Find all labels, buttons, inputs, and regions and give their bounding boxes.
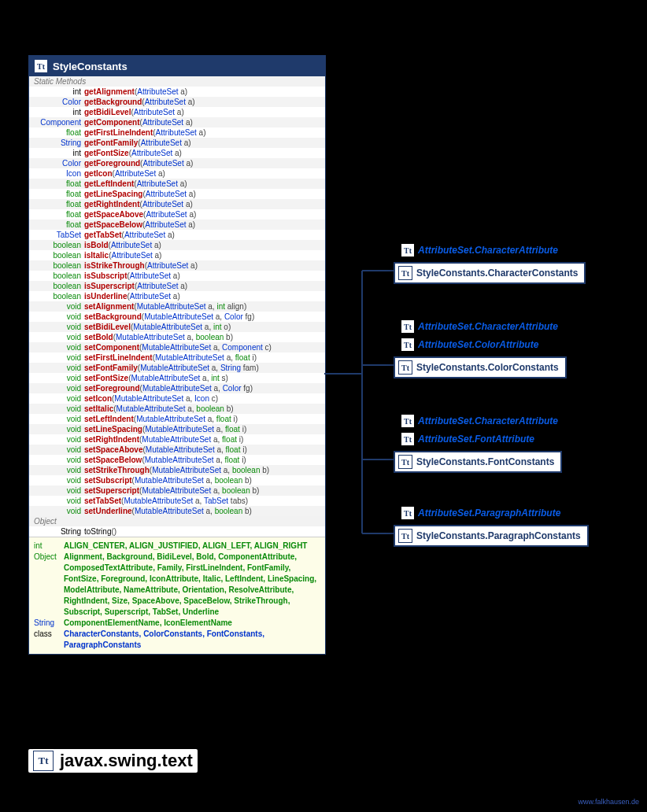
methods-list: intgetAlignment (AttributeSet a)Colorget… xyxy=(29,87,325,516)
method-name[interactable]: setSpaceAbove xyxy=(84,445,142,455)
method-name[interactable]: setFontFamily xyxy=(84,363,138,373)
method-name[interactable]: setIcon xyxy=(84,393,112,404)
method-name[interactable]: setForeground xyxy=(84,383,140,393)
interface-name: AttributeSet.ParagraphAttribute xyxy=(418,507,560,519)
package-label: Tt javax.swing.text xyxy=(28,749,198,773)
subclass-box[interactable]: TtStyleConstants.ColorConstants xyxy=(394,356,567,378)
interface-label[interactable]: TtAttributeSet.FontAttribute xyxy=(401,433,534,445)
subclass-name: StyleConstants.FontConstants xyxy=(416,456,554,467)
method-name[interactable]: setStrikeThrough xyxy=(84,465,150,475)
interface-label[interactable]: TtAttributeSet.CharacterAttribute xyxy=(401,244,558,257)
method-name[interactable]: getBidiLevel xyxy=(84,107,131,117)
return-type: void xyxy=(32,383,84,393)
method-name[interactable]: getBackground xyxy=(84,97,142,107)
interface-icon: Tt xyxy=(401,320,414,333)
interface-name: AttributeSet.ColorAttribute xyxy=(418,339,538,350)
class-header: Tt StyleConstants xyxy=(29,56,325,76)
subclass-box[interactable]: TtStyleConstants.ParagraphConstants xyxy=(394,525,589,547)
method-row: voidsetLeftIndent (MutableAttributeSet a… xyxy=(29,414,325,424)
method-name[interactable]: getFontSize xyxy=(84,148,129,158)
class-icon: Tt xyxy=(398,360,412,375)
method-row: voidsetIcon (MutableAttributeSet a, Icon… xyxy=(29,393,325,404)
method-name[interactable]: getRightIndent xyxy=(84,199,140,209)
params: (MutableAttributeSet a, int align) xyxy=(134,301,246,312)
method-row: StringgetFontFamily (AttributeSet a) xyxy=(29,138,325,148)
method-name[interactable]: getTabSet xyxy=(84,230,122,240)
return-type: void xyxy=(32,455,84,465)
params: (AttributeSet a) xyxy=(140,117,193,127)
method-name[interactable]: getFirstLineIndent xyxy=(84,127,153,138)
method-name[interactable]: getIcon xyxy=(84,168,113,179)
method-row: booleanisItalic (AttributeSet a) xyxy=(29,250,325,260)
params: (AttributeSet a) xyxy=(109,240,161,250)
method-name[interactable]: setTabSet xyxy=(84,496,121,506)
subclass-box[interactable]: TtStyleConstants.CharacterConstants xyxy=(394,262,586,284)
params: (AttributeSet a) xyxy=(135,281,187,291)
return-type: void xyxy=(32,363,84,373)
params: (MutableAttributeSet a, TabSet tabs) xyxy=(121,496,248,506)
method-row: ColorgetForeground (AttributeSet a) xyxy=(29,158,325,168)
method-name[interactable]: setLineSpacing xyxy=(84,424,142,434)
method-name[interactable]: isBold xyxy=(84,240,109,250)
params: (AttributeSet a) xyxy=(129,148,182,158)
package-icon: Tt xyxy=(33,751,54,771)
method-row: floatgetRightIndent (AttributeSet a) xyxy=(29,199,325,209)
method-name[interactable]: setSpaceBelow xyxy=(84,455,142,465)
method-name[interactable]: getFontFamily xyxy=(84,138,138,148)
method-name[interactable]: isSubscript xyxy=(84,271,127,281)
method-name[interactable]: isSuperscript xyxy=(84,281,135,291)
method-name[interactable]: setAlignment xyxy=(84,301,134,312)
field-values: CharacterConstants, ColorConstants, Font… xyxy=(64,629,320,651)
method-name[interactable]: setUnderline xyxy=(84,506,132,516)
footer-link[interactable]: www.falkhausen.de xyxy=(578,798,639,806)
params: (AttributeSet a) xyxy=(140,199,193,209)
return-type: boolean xyxy=(32,240,84,250)
method-name[interactable]: isItalic xyxy=(84,250,109,260)
params: (AttributeSet a) xyxy=(134,179,187,189)
method-name[interactable]: setLeftIndent xyxy=(84,414,134,424)
method-name[interactable]: isStrikeThrough xyxy=(84,260,145,271)
method-row: booleanisSubscript (AttributeSet a) xyxy=(29,271,325,281)
method-name[interactable]: getSpaceBelow xyxy=(84,220,142,230)
method-name[interactable]: getForeground xyxy=(84,158,140,168)
method-name[interactable]: getAlignment xyxy=(84,87,135,97)
subclass-box[interactable]: TtStyleConstants.FontConstants xyxy=(394,451,562,473)
return-type: Icon xyxy=(32,168,84,179)
params: () xyxy=(111,526,116,537)
method-name[interactable]: getSpaceAbove xyxy=(84,209,143,220)
method-name[interactable]: setSubscript xyxy=(84,475,132,485)
method-name[interactable]: getComponent xyxy=(84,117,140,127)
params: (AttributeSet a) xyxy=(142,220,195,230)
method-name[interactable]: setItalic xyxy=(84,404,113,414)
params: (MutableAttributeSet a, Color fg) xyxy=(140,383,253,393)
method-name[interactable]: setRightIndent xyxy=(84,434,139,445)
params: (AttributeSet a) xyxy=(145,260,198,271)
method-name[interactable]: getLeftIndent xyxy=(84,179,134,189)
method-name[interactable]: isUnderline xyxy=(84,291,127,301)
interface-label[interactable]: TtAttributeSet.ParagraphAttribute xyxy=(401,507,560,519)
class-box-styleconstants: Tt StyleConstants Static Methods intgetA… xyxy=(28,55,326,655)
method-name[interactable]: setBidiLevel xyxy=(84,322,131,332)
params: (AttributeSet a) xyxy=(127,271,179,281)
method-name[interactable]: setBackground xyxy=(84,312,142,322)
interface-icon: Tt xyxy=(401,507,414,519)
interface-label[interactable]: TtAttributeSet.ColorAttribute xyxy=(401,338,538,351)
method-name[interactable]: setBold xyxy=(84,332,113,342)
field-values: Alignment, Background, BidiLevel, Bold, … xyxy=(64,552,320,618)
method-name[interactable]: setComponent xyxy=(84,342,139,352)
interface-label[interactable]: TtAttributeSet.CharacterAttribute xyxy=(401,320,558,333)
method-name[interactable]: setFontSize xyxy=(84,373,128,383)
return-type: void xyxy=(32,342,84,352)
interface-name: AttributeSet.CharacterAttribute xyxy=(418,415,558,426)
params: (MutableAttributeSet a, boolean b) xyxy=(139,485,259,496)
method-name[interactable]: setFirstLineIndent xyxy=(84,352,153,363)
method-row: floatgetLeftIndent (AttributeSet a) xyxy=(29,179,325,189)
return-type: boolean xyxy=(32,291,84,301)
method-name[interactable]: setSuperscript xyxy=(84,485,139,496)
field-type: int xyxy=(34,541,64,552)
params: (MutableAttributeSet a, float i) xyxy=(139,434,243,445)
method-name[interactable]: toString xyxy=(84,526,111,537)
interface-label[interactable]: TtAttributeSet.CharacterAttribute xyxy=(401,415,558,427)
method-name[interactable]: getLineSpacing xyxy=(84,189,142,199)
method-row: voidsetUnderline (MutableAttributeSet a,… xyxy=(29,506,325,516)
